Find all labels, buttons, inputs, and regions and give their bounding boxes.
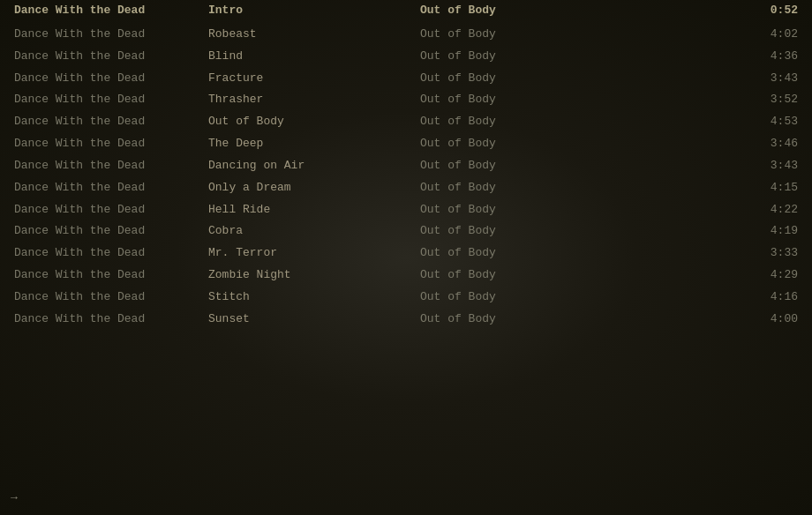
track-duration: 4:19 [597, 223, 798, 240]
track-duration: 3:43 [597, 71, 798, 87]
table-row[interactable]: Dance With the Dead Hell Ride Out of Bod… [0, 199, 812, 221]
track-album: Out of Body [420, 202, 597, 219]
track-duration: 4:29 [597, 267, 798, 284]
track-artist: Dance With the Dead [14, 114, 208, 131]
table-row[interactable]: Dance With the Dead Zombie Night Out of … [0, 265, 812, 287]
track-duration: 3:33 [597, 245, 798, 262]
track-album: Out of Body [420, 71, 597, 87]
track-artist: Dance With the Dead [14, 49, 208, 65]
table-row[interactable]: Dance With the Dead Cobra Out of Body 4:… [0, 220, 812, 243]
track-title: Sunset [208, 311, 420, 328]
table-row[interactable]: Dance With the Dead Mr. Terror Out of Bo… [0, 243, 812, 265]
track-duration: 4:22 [597, 202, 798, 219]
track-artist: Dance With the Dead [14, 267, 208, 284]
track-duration: 4:02 [597, 26, 798, 43]
track-artist: Dance With the Dead [14, 245, 208, 262]
track-album: Out of Body [420, 136, 597, 153]
track-duration: 4:36 [597, 49, 798, 65]
track-title: Zombie Night [208, 267, 420, 284]
track-duration: 4:00 [597, 311, 798, 328]
table-header: Dance With the Dead Intro Out of Body 0:… [0, 0, 812, 22]
track-artist: Dance With the Dead [14, 71, 208, 87]
track-duration: 4:16 [597, 289, 798, 306]
track-duration: 4:15 [597, 180, 798, 197]
track-title: Fracture [208, 71, 420, 87]
track-list: Dance With the Dead Intro Out of Body 0:… [0, 0, 812, 331]
track-duration: 3:52 [597, 92, 798, 108]
track-artist: Dance With the Dead [14, 158, 208, 175]
track-album: Out of Body [420, 180, 597, 197]
table-row[interactable]: Dance With the Dead Sunset Out of Body 4… [0, 309, 812, 331]
header-album: Out of Body [420, 3, 597, 19]
table-row[interactable]: Dance With the Dead Only a Dream Out of … [0, 177, 812, 199]
track-title: Stitch [208, 289, 420, 306]
header-artist: Dance With the Dead [14, 3, 208, 19]
track-artist: Dance With the Dead [14, 223, 208, 240]
track-title: Out of Body [208, 114, 420, 131]
arrow-indicator: → [11, 491, 18, 504]
track-album: Out of Body [420, 223, 597, 240]
header-duration: 0:52 [597, 3, 798, 19]
track-duration: 3:46 [597, 136, 798, 153]
track-artist: Dance With the Dead [14, 311, 208, 328]
track-album: Out of Body [420, 49, 597, 65]
track-artist: Dance With the Dead [14, 26, 208, 43]
table-row[interactable]: Dance With the Dead Stitch Out of Body 4… [0, 287, 812, 309]
track-title: Hell Ride [208, 202, 420, 219]
track-artist: Dance With the Dead [14, 92, 208, 108]
track-album: Out of Body [420, 267, 597, 284]
track-artist: Dance With the Dead [14, 136, 208, 153]
track-album: Out of Body [420, 26, 597, 43]
track-title: Blind [208, 49, 420, 65]
track-title: Robeast [208, 26, 420, 43]
track-artist: Dance With the Dead [14, 180, 208, 197]
track-title: Only a Dream [208, 180, 420, 197]
track-album: Out of Body [420, 289, 597, 306]
track-artist: Dance With the Dead [14, 289, 208, 306]
table-row[interactable]: Dance With the Dead Fracture Out of Body… [0, 68, 812, 90]
track-title: Cobra [208, 223, 420, 240]
table-row[interactable]: Dance With the Dead Robeast Out of Body … [0, 24, 812, 46]
track-album: Out of Body [420, 158, 597, 175]
table-row[interactable]: Dance With the Dead Thrasher Out of Body… [0, 89, 812, 111]
track-album: Out of Body [420, 245, 597, 262]
track-title: Mr. Terror [208, 245, 420, 262]
track-title: Thrasher [208, 92, 420, 108]
table-row[interactable]: Dance With the Dead Out of Body Out of B… [0, 111, 812, 133]
track-album: Out of Body [420, 92, 597, 108]
track-album: Out of Body [420, 311, 597, 328]
table-row[interactable]: Dance With the Dead Blind Out of Body 4:… [0, 46, 812, 68]
track-duration: 3:43 [597, 158, 798, 175]
track-album: Out of Body [420, 114, 597, 131]
track-duration: 4:53 [597, 114, 798, 131]
track-title: Dancing on Air [208, 158, 420, 175]
track-artist: Dance With the Dead [14, 202, 208, 219]
header-title: Intro [208, 3, 420, 19]
table-row[interactable]: Dance With the Dead Dancing on Air Out o… [0, 155, 812, 177]
track-title: The Deep [208, 136, 420, 153]
table-row[interactable]: Dance With the Dead The Deep Out of Body… [0, 133, 812, 155]
